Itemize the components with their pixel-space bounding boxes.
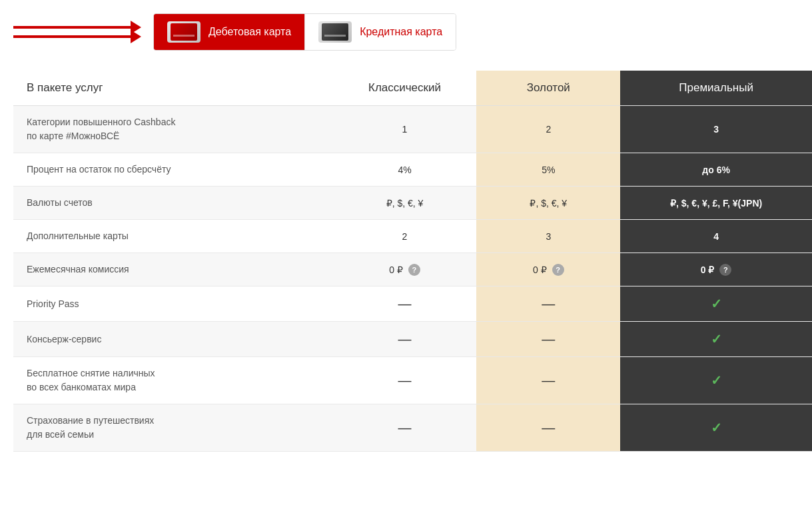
gold-value: 5% — [542, 165, 555, 175]
gold-value-cell: 5% — [476, 153, 620, 187]
dash-icon-gold: — — [542, 296, 555, 311]
feature-cell: Консьерж-сервис — [13, 322, 333, 357]
th-classic: Классический — [333, 71, 477, 106]
table-row: Валюты счетов₽, $, €, ¥₽, $, €, ¥₽, $, €… — [13, 187, 812, 220]
dash-icon: — — [398, 332, 412, 346]
gold-value-cell: 0 ₽ ? — [476, 253, 620, 286]
gold-value-cell: — — [476, 322, 620, 357]
dash-icon: — — [398, 373, 412, 388]
commission-amount-gold: 0 ₽ — [533, 264, 547, 275]
gold-value-cell: 2 — [476, 106, 620, 153]
classic-value: ₽, $, €, ¥ — [386, 198, 424, 209]
check-icon: ✓ — [711, 332, 722, 346]
feature-cell: Дополнительные карты — [13, 220, 333, 253]
classic-value-cell: — — [333, 357, 477, 404]
classic-value-cell: — — [333, 286, 477, 322]
arrow-1 — [13, 26, 133, 29]
premium-bold-value: до 6% — [702, 165, 730, 175]
premium-value-cell: ₽, $, €, ¥, £, F, ¥(JPN) — [620, 187, 812, 220]
info-icon[interactable]: ? — [408, 264, 420, 276]
table-row: Категории повышенного Cashbackпо карте #… — [13, 106, 812, 153]
table-row: Ежемесячная комиссия 0 ₽ ? 0 ₽ ? 0 ₽ ? — [13, 253, 812, 286]
classic-value-cell: 1 — [333, 106, 477, 153]
premium-value: 4 — [713, 231, 719, 242]
classic-value-cell: — — [333, 322, 477, 357]
tab-debit-label: Дебетовая карта — [208, 26, 291, 38]
gold-value-cell: — — [476, 404, 620, 452]
check-icon: ✓ — [711, 420, 722, 435]
table-row: Страхование в путешествияхдля всей семьи… — [13, 404, 812, 452]
tab-debit[interactable]: Дебетовая карта — [154, 14, 304, 50]
gold-value-cell: ₽, $, €, ¥ — [476, 187, 620, 220]
table-header: В пакете услуг Классический Золотой Прем… — [13, 71, 812, 106]
dash-icon: — — [398, 296, 412, 311]
tab-credit[interactable]: Кредитная карта — [304, 14, 456, 50]
gold-value-cell: — — [476, 357, 620, 404]
commission-amount-premium: 0 ₽ — [701, 264, 715, 275]
feature-cell: Страхование в путешествияхдля всей семьи — [13, 404, 333, 452]
classic-value-cell: ₽, $, €, ¥ — [333, 187, 477, 220]
classic-value: 1 — [402, 124, 408, 135]
premium-value-cell: ✓ — [620, 404, 812, 452]
check-icon: ✓ — [711, 373, 722, 388]
premium-value-cell: 0 ₽ ? — [620, 253, 812, 286]
arrows-section — [13, 26, 133, 38]
arrow-line-1 — [13, 26, 133, 29]
th-premium: Премиальный — [620, 71, 812, 106]
commission-value-premium: 0 ₽ ? — [701, 264, 732, 276]
tab-credit-label: Кредитная карта — [360, 26, 442, 38]
th-gold: Золотой — [476, 71, 620, 106]
premium-value-cell: ✓ — [620, 322, 812, 357]
premium-value-cell: ✓ — [620, 286, 812, 322]
feature-cell: Бесплатное снятие наличныхво всех банком… — [13, 357, 333, 404]
feature-cell: Категории повышенного Cashbackпо карте #… — [13, 106, 333, 153]
gold-value-cell: 3 — [476, 220, 620, 253]
feature-cell: Валюты счетов — [13, 187, 333, 220]
credit-card-icon — [318, 21, 352, 43]
table-row: Дополнительные карты234 — [13, 220, 812, 253]
premium-value: ₽, $, €, ¥, £, F, ¥(JPN) — [670, 198, 762, 209]
arrow-line-2 — [13, 35, 133, 38]
check-icon: ✓ — [711, 296, 722, 311]
commission-amount: 0 ₽ — [389, 264, 403, 275]
premium-value-cell: ✓ — [620, 357, 812, 404]
dash-icon-gold: — — [542, 373, 555, 388]
card-tabs: Дебетовая карта Кредитная карта — [153, 13, 456, 51]
table-row: Консьерж-сервис——✓ — [13, 322, 812, 357]
premium-value-cell: 3 — [620, 106, 812, 153]
gold-value: ₽, $, €, ¥ — [530, 198, 567, 209]
table-row: Бесплатное снятие наличныхво всех банком… — [13, 357, 812, 404]
debit-card-icon — [167, 21, 201, 43]
premium-value-cell: 4 — [620, 220, 812, 253]
table-row: Процент на остаток по сберсчёту4%5%до 6% — [13, 153, 812, 187]
arrow-2 — [13, 35, 133, 38]
feature-cell: Процент на остаток по сберсчёту — [13, 153, 333, 187]
card-stripe-2 — [324, 35, 346, 37]
classic-value-cell: 2 — [333, 220, 477, 253]
dash-icon-gold: — — [542, 332, 555, 346]
commission-value: 0 ₽ ? — [389, 264, 420, 276]
dash-icon: — — [398, 420, 412, 435]
dash-icon-gold: — — [542, 420, 555, 435]
classic-value-cell: 0 ₽ ? — [333, 253, 477, 286]
th-feature: В пакете услуг — [13, 71, 333, 106]
premium-value-cell: до 6% — [620, 153, 812, 187]
table-row: Priority Pass——✓ — [13, 286, 812, 322]
commission-value-gold: 0 ₽ ? — [533, 264, 564, 276]
gold-value: 3 — [546, 231, 551, 242]
feature-cell: Priority Pass — [13, 286, 333, 322]
classic-value-cell: 4% — [333, 153, 477, 187]
feature-cell: Ежемесячная комиссия — [13, 253, 333, 286]
gold-value: 2 — [546, 124, 551, 135]
classic-value-cell: — — [333, 404, 477, 452]
header-row: В пакете услуг Классический Золотой Прем… — [13, 71, 812, 106]
classic-value: 2 — [402, 231, 408, 242]
info-icon-gold[interactable]: ? — [552, 264, 564, 276]
credit-card-mini — [322, 23, 348, 41]
comparison-table: В пакете услуг Классический Золотой Прем… — [13, 71, 812, 452]
card-stripe — [173, 35, 195, 37]
top-section: Дебетовая карта Кредитная карта — [13, 13, 812, 51]
table-body: Категории повышенного Cashbackпо карте #… — [13, 106, 812, 452]
debit-card-mini — [171, 23, 197, 41]
info-icon-premium[interactable]: ? — [719, 264, 731, 276]
